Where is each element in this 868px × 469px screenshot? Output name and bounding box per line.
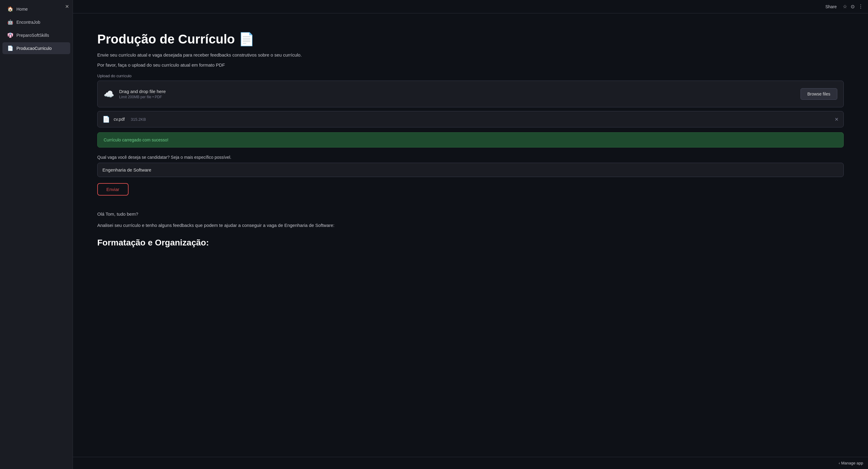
upload-zone-content: ☁️ Drag and drop file here Limit 200MB p… [104,89,166,99]
share-button[interactable]: Share [823,3,839,10]
sidebar-item-label: Home [17,7,28,11]
robot-icon: 🤖 [7,19,13,25]
sidebar-close-button[interactable]: ✕ [65,4,69,9]
main-content: Produção de Currículo 📄 Envie seu curríc… [73,13,868,469]
upload-limit-text: Limit 200MB per file • PDF [119,95,166,99]
sidebar-item-preparosoftskills[interactable]: 👘 PreparoSoftSkills [2,29,70,41]
manage-bar: ‹ Manage app [73,457,868,469]
file-document-icon: 📄 [102,116,110,123]
upload-zone[interactable]: ☁️ Drag and drop file here Limit 200MB p… [97,81,844,107]
document-icon: 📄 [7,45,13,51]
softskills-icon: 👘 [7,32,13,38]
response-greeting: Olá Tom, tudo bem? [97,211,844,216]
browse-files-button[interactable]: Browse files [801,88,837,100]
manage-app-label: Manage app [841,461,863,465]
vaga-input[interactable] [97,163,844,177]
success-banner: Currículo carregado com sucesso! [97,132,844,148]
home-icon: 🏠 [7,6,13,12]
sidebar-item-home[interactable]: 🏠 Home [2,3,70,15]
file-item-left: 📄 cv.pdf 315.2KB [102,116,146,123]
page-title: Produção de Currículo 📄 [97,32,844,47]
vaga-label: Qual vaga você deseja se candidatar? Sej… [97,155,844,160]
upload-label: Upload do currículo [97,74,844,78]
cloud-upload-icon: ☁️ [104,89,114,99]
github-icon[interactable]: ⊙ [851,4,855,9]
subtitle: Envie seu currículo atual e vaga desejad… [97,51,844,59]
response-intro: Analisei seu currículo e tenho alguns fe… [97,222,844,229]
star-icon[interactable]: ☆ [843,4,847,9]
sidebar-item-label: EncontraJob [17,20,40,25]
file-item: 📄 cv.pdf 315.2KB ✕ [97,111,844,127]
sidebar: ✕ 🏠 Home 🤖 EncontraJob 👘 PreparoSoftSkil… [0,0,73,469]
sidebar-item-producaocurriculo[interactable]: 📄 ProducaoCurriculo [2,42,70,54]
sidebar-item-label: PreparoSoftSkills [17,33,49,38]
success-message: Currículo carregado com sucesso! [104,138,168,142]
more-options-icon[interactable]: ⋮ [858,4,863,9]
topbar: Share ☆ ⊙ ⋮ [73,0,868,13]
enviar-button[interactable]: Enviar [97,183,129,196]
sidebar-item-encontrajob[interactable]: 🤖 EncontraJob [2,16,70,28]
response-section-title: Formatação e Organização: [97,238,844,247]
instruction: Por favor, faça o upload do seu currícul… [97,62,844,67]
upload-text-block: Drag and drop file here Limit 200MB per … [119,89,166,99]
sidebar-item-label: ProducaoCurriculo [17,46,52,51]
chevron-left-icon: ‹ [839,461,840,465]
file-size: 315.2KB [131,117,146,122]
share-label: Share [826,4,837,9]
manage-app-button[interactable]: ‹ Manage app [839,461,863,465]
file-remove-button[interactable]: ✕ [835,116,839,122]
file-name: cv.pdf [114,117,125,122]
drag-drop-text: Drag and drop file here [119,89,166,94]
